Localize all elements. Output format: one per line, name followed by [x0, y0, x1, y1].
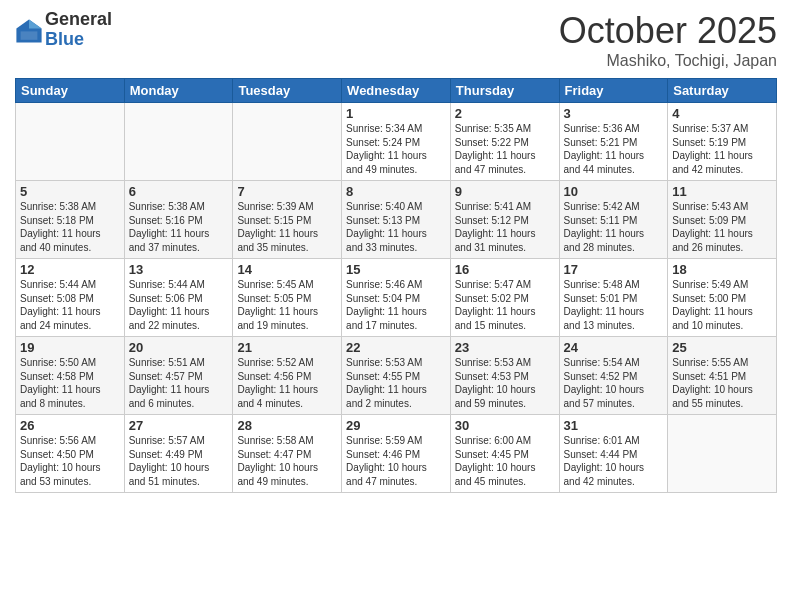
- cell-content: Sunrise: 5:52 AM Sunset: 4:56 PM Dayligh…: [237, 356, 337, 410]
- logo-icon: [15, 16, 43, 44]
- title-section: October 2025 Mashiko, Tochigi, Japan: [559, 10, 777, 70]
- day-number: 27: [129, 418, 229, 433]
- header-row: SundayMondayTuesdayWednesdayThursdayFrid…: [16, 79, 777, 103]
- calendar-cell: 23Sunrise: 5:53 AM Sunset: 4:53 PM Dayli…: [450, 337, 559, 415]
- calendar-cell: 19Sunrise: 5:50 AM Sunset: 4:58 PM Dayli…: [16, 337, 125, 415]
- cell-content: Sunrise: 5:53 AM Sunset: 4:55 PM Dayligh…: [346, 356, 446, 410]
- cell-content: Sunrise: 5:54 AM Sunset: 4:52 PM Dayligh…: [564, 356, 664, 410]
- day-number: 19: [20, 340, 120, 355]
- cell-content: Sunrise: 5:43 AM Sunset: 5:09 PM Dayligh…: [672, 200, 772, 254]
- cell-content: Sunrise: 5:59 AM Sunset: 4:46 PM Dayligh…: [346, 434, 446, 488]
- cell-content: Sunrise: 5:37 AM Sunset: 5:19 PM Dayligh…: [672, 122, 772, 176]
- calendar-cell: 11Sunrise: 5:43 AM Sunset: 5:09 PM Dayli…: [668, 181, 777, 259]
- day-number: 13: [129, 262, 229, 277]
- calendar-cell: 18Sunrise: 5:49 AM Sunset: 5:00 PM Dayli…: [668, 259, 777, 337]
- day-number: 18: [672, 262, 772, 277]
- cell-content: Sunrise: 5:39 AM Sunset: 5:15 PM Dayligh…: [237, 200, 337, 254]
- calendar-cell: 26Sunrise: 5:56 AM Sunset: 4:50 PM Dayli…: [16, 415, 125, 493]
- day-number: 26: [20, 418, 120, 433]
- day-number: 23: [455, 340, 555, 355]
- calendar-week-3: 12Sunrise: 5:44 AM Sunset: 5:08 PM Dayli…: [16, 259, 777, 337]
- day-number: 10: [564, 184, 664, 199]
- day-number: 6: [129, 184, 229, 199]
- day-number: 1: [346, 106, 446, 121]
- day-number: 12: [20, 262, 120, 277]
- calendar-week-2: 5Sunrise: 5:38 AM Sunset: 5:18 PM Daylig…: [16, 181, 777, 259]
- cell-content: Sunrise: 5:50 AM Sunset: 4:58 PM Dayligh…: [20, 356, 120, 410]
- cell-content: Sunrise: 5:34 AM Sunset: 5:24 PM Dayligh…: [346, 122, 446, 176]
- day-header-friday: Friday: [559, 79, 668, 103]
- calendar-cell: 13Sunrise: 5:44 AM Sunset: 5:06 PM Dayli…: [124, 259, 233, 337]
- calendar-cell: 7Sunrise: 5:39 AM Sunset: 5:15 PM Daylig…: [233, 181, 342, 259]
- cell-content: Sunrise: 5:45 AM Sunset: 5:05 PM Dayligh…: [237, 278, 337, 332]
- calendar-cell: 28Sunrise: 5:58 AM Sunset: 4:47 PM Dayli…: [233, 415, 342, 493]
- calendar-cell: 3Sunrise: 5:36 AM Sunset: 5:21 PM Daylig…: [559, 103, 668, 181]
- cell-content: Sunrise: 5:56 AM Sunset: 4:50 PM Dayligh…: [20, 434, 120, 488]
- day-number: 2: [455, 106, 555, 121]
- cell-content: Sunrise: 5:58 AM Sunset: 4:47 PM Dayligh…: [237, 434, 337, 488]
- cell-content: Sunrise: 5:44 AM Sunset: 5:08 PM Dayligh…: [20, 278, 120, 332]
- cell-content: Sunrise: 5:40 AM Sunset: 5:13 PM Dayligh…: [346, 200, 446, 254]
- calendar-cell: 2Sunrise: 5:35 AM Sunset: 5:22 PM Daylig…: [450, 103, 559, 181]
- cell-content: Sunrise: 5:49 AM Sunset: 5:00 PM Dayligh…: [672, 278, 772, 332]
- logo-general: General: [45, 10, 112, 30]
- day-number: 3: [564, 106, 664, 121]
- calendar-cell: 6Sunrise: 5:38 AM Sunset: 5:16 PM Daylig…: [124, 181, 233, 259]
- day-number: 7: [237, 184, 337, 199]
- day-number: 30: [455, 418, 555, 433]
- day-number: 29: [346, 418, 446, 433]
- day-header-saturday: Saturday: [668, 79, 777, 103]
- cell-content: Sunrise: 6:01 AM Sunset: 4:44 PM Dayligh…: [564, 434, 664, 488]
- calendar-cell: 20Sunrise: 5:51 AM Sunset: 4:57 PM Dayli…: [124, 337, 233, 415]
- calendar-table: SundayMondayTuesdayWednesdayThursdayFrid…: [15, 78, 777, 493]
- calendar-cell: 15Sunrise: 5:46 AM Sunset: 5:04 PM Dayli…: [342, 259, 451, 337]
- calendar-cell: 24Sunrise: 5:54 AM Sunset: 4:52 PM Dayli…: [559, 337, 668, 415]
- calendar-cell: 17Sunrise: 5:48 AM Sunset: 5:01 PM Dayli…: [559, 259, 668, 337]
- day-number: 5: [20, 184, 120, 199]
- day-header-monday: Monday: [124, 79, 233, 103]
- cell-content: Sunrise: 5:38 AM Sunset: 5:16 PM Dayligh…: [129, 200, 229, 254]
- day-number: 21: [237, 340, 337, 355]
- calendar-cell: 22Sunrise: 5:53 AM Sunset: 4:55 PM Dayli…: [342, 337, 451, 415]
- calendar-cell: [233, 103, 342, 181]
- day-number: 14: [237, 262, 337, 277]
- day-header-tuesday: Tuesday: [233, 79, 342, 103]
- calendar-week-5: 26Sunrise: 5:56 AM Sunset: 4:50 PM Dayli…: [16, 415, 777, 493]
- logo-blue: Blue: [45, 30, 112, 50]
- day-number: 22: [346, 340, 446, 355]
- svg-marker-1: [29, 19, 42, 28]
- cell-content: Sunrise: 5:42 AM Sunset: 5:11 PM Dayligh…: [564, 200, 664, 254]
- day-number: 8: [346, 184, 446, 199]
- calendar-cell: 30Sunrise: 6:00 AM Sunset: 4:45 PM Dayli…: [450, 415, 559, 493]
- calendar-cell: 8Sunrise: 5:40 AM Sunset: 5:13 PM Daylig…: [342, 181, 451, 259]
- calendar-cell: 27Sunrise: 5:57 AM Sunset: 4:49 PM Dayli…: [124, 415, 233, 493]
- cell-content: Sunrise: 6:00 AM Sunset: 4:45 PM Dayligh…: [455, 434, 555, 488]
- calendar-cell: 14Sunrise: 5:45 AM Sunset: 5:05 PM Dayli…: [233, 259, 342, 337]
- page-container: General Blue October 2025 Mashiko, Tochi…: [0, 0, 792, 498]
- cell-content: Sunrise: 5:46 AM Sunset: 5:04 PM Dayligh…: [346, 278, 446, 332]
- day-number: 17: [564, 262, 664, 277]
- day-number: 15: [346, 262, 446, 277]
- cell-content: Sunrise: 5:44 AM Sunset: 5:06 PM Dayligh…: [129, 278, 229, 332]
- day-number: 24: [564, 340, 664, 355]
- calendar-cell: 31Sunrise: 6:01 AM Sunset: 4:44 PM Dayli…: [559, 415, 668, 493]
- calendar-week-4: 19Sunrise: 5:50 AM Sunset: 4:58 PM Dayli…: [16, 337, 777, 415]
- calendar-cell: 12Sunrise: 5:44 AM Sunset: 5:08 PM Dayli…: [16, 259, 125, 337]
- cell-content: Sunrise: 5:51 AM Sunset: 4:57 PM Dayligh…: [129, 356, 229, 410]
- logo-text: General Blue: [45, 10, 112, 50]
- day-number: 11: [672, 184, 772, 199]
- calendar-cell: 1Sunrise: 5:34 AM Sunset: 5:24 PM Daylig…: [342, 103, 451, 181]
- calendar-body: 1Sunrise: 5:34 AM Sunset: 5:24 PM Daylig…: [16, 103, 777, 493]
- header: General Blue October 2025 Mashiko, Tochi…: [15, 10, 777, 70]
- cell-content: Sunrise: 5:53 AM Sunset: 4:53 PM Dayligh…: [455, 356, 555, 410]
- day-header-wednesday: Wednesday: [342, 79, 451, 103]
- cell-content: Sunrise: 5:41 AM Sunset: 5:12 PM Dayligh…: [455, 200, 555, 254]
- cell-content: Sunrise: 5:36 AM Sunset: 5:21 PM Dayligh…: [564, 122, 664, 176]
- day-header-sunday: Sunday: [16, 79, 125, 103]
- calendar-cell: 21Sunrise: 5:52 AM Sunset: 4:56 PM Dayli…: [233, 337, 342, 415]
- day-number: 9: [455, 184, 555, 199]
- day-number: 31: [564, 418, 664, 433]
- calendar-cell: [124, 103, 233, 181]
- day-number: 28: [237, 418, 337, 433]
- cell-content: Sunrise: 5:35 AM Sunset: 5:22 PM Dayligh…: [455, 122, 555, 176]
